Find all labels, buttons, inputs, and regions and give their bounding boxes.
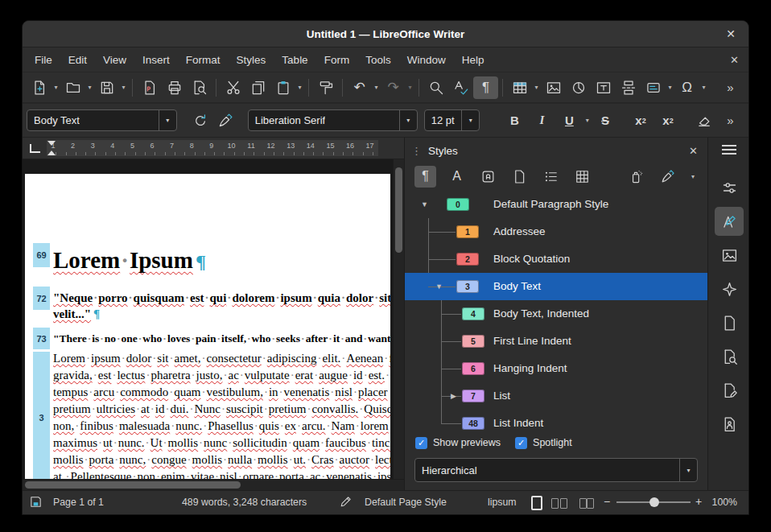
- styles-panel-close-button[interactable]: ✕: [689, 145, 698, 157]
- undo-button[interactable]: ↶: [347, 76, 372, 99]
- menu-tools[interactable]: Tools: [357, 52, 399, 68]
- document-close-button[interactable]: ✕: [730, 54, 739, 66]
- subscript-button[interactable]: x2: [654, 109, 682, 132]
- properties-deck-tab[interactable]: [715, 173, 744, 202]
- style-filter-dropdown[interactable]: ▾: [679, 459, 697, 481]
- redo-button[interactable]: ↷: [381, 76, 406, 99]
- strikethrough-button[interactable]: S: [592, 109, 619, 132]
- font-name-combo[interactable]: Liberation Serif ▾: [248, 109, 418, 131]
- left-indent-marker[interactable]: [47, 151, 56, 155]
- menu-window[interactable]: Window: [399, 52, 454, 68]
- find-replace-button[interactable]: [423, 76, 448, 99]
- zoom-level[interactable]: 100%: [712, 497, 737, 508]
- single-page-view-button[interactable]: [531, 496, 542, 513]
- copy-button[interactable]: [245, 76, 270, 99]
- export-pdf-button[interactable]: [137, 76, 162, 99]
- save-status-icon[interactable]: [29, 495, 43, 511]
- open-dropdown[interactable]: ▾: [85, 84, 94, 91]
- menu-styles[interactable]: Styles: [229, 52, 274, 68]
- show-previews-checkbox[interactable]: ✓ Show previews: [415, 437, 501, 449]
- insert-table-dropdown[interactable]: ▾: [532, 84, 541, 91]
- undo-dropdown[interactable]: ▾: [372, 84, 381, 91]
- book-view-button[interactable]: [579, 497, 594, 509]
- page-count[interactable]: Page 1 of 1: [53, 497, 104, 508]
- vertical-scrollbar-thumb[interactable]: [395, 167, 402, 253]
- menu-insert[interactable]: Insert: [134, 52, 178, 68]
- horizontal-scrollbar[interactable]: [23, 479, 404, 490]
- style-row-block-quotation[interactable]: 2 Block Quotation: [405, 245, 707, 273]
- open-button[interactable]: [60, 76, 85, 99]
- menu-file[interactable]: File: [27, 52, 60, 68]
- first-line-indent-marker[interactable]: [47, 141, 56, 146]
- font-size-combo[interactable]: 12 pt ▾: [424, 109, 480, 131]
- font-size-dropdown[interactable]: ▾: [461, 110, 479, 130]
- save-button[interactable]: [94, 76, 119, 99]
- new-style-dropdown[interactable]: ▾: [688, 173, 698, 180]
- edit-mode-icon[interactable]: [339, 495, 353, 511]
- insert-page-break-button[interactable]: [616, 76, 641, 99]
- page-style-status[interactable]: Default Page Style: [365, 497, 447, 508]
- style-row-default-paragraph-style[interactable]: ▼ 0 Default Paragraph Style: [405, 191, 707, 218]
- insert-image-button[interactable]: [541, 76, 566, 99]
- menu-form[interactable]: Form: [316, 52, 358, 68]
- style-row-body-text-indented[interactable]: 4 Body Text, Indented: [405, 300, 707, 328]
- cut-button[interactable]: [221, 76, 245, 99]
- sidebar-settings-button[interactable]: [722, 145, 736, 155]
- insert-special-character-button[interactable]: Ω: [674, 76, 699, 99]
- expander-icon[interactable]: ▼: [435, 282, 443, 291]
- insert-field-dropdown[interactable]: ▾: [666, 84, 674, 91]
- style-row-hanging-indent[interactable]: 6 Hanging Indent: [405, 355, 707, 382]
- superscript-button[interactable]: x2: [627, 109, 654, 132]
- panel-drag-handle-icon[interactable]: ⋮: [411, 145, 422, 157]
- paste-dropdown[interactable]: ▾: [295, 84, 304, 91]
- style-row-list-indent[interactable]: 48 List Indent: [405, 410, 707, 432]
- navigator-deck-tab[interactable]: [715, 274, 744, 303]
- redo-dropdown[interactable]: ▾: [406, 84, 414, 91]
- styles-deck-tab[interactable]: [715, 207, 744, 236]
- zoom-in-button[interactable]: +: [695, 495, 702, 508]
- insert-chart-button[interactable]: [566, 76, 591, 99]
- spelling-button[interactable]: [448, 76, 473, 99]
- paragraph-style-combo[interactable]: Body Text ▾: [27, 109, 177, 131]
- zoom-out-button[interactable]: −: [604, 495, 610, 508]
- menu-table[interactable]: Table: [274, 52, 315, 68]
- style-inspector-deck-tab[interactable]: [715, 342, 744, 371]
- save-dropdown[interactable]: ▾: [119, 84, 128, 91]
- menu-edit[interactable]: Edit: [60, 52, 95, 68]
- zoom-slider-thumb[interactable]: [649, 497, 659, 507]
- tab-stop-selector[interactable]: [30, 144, 40, 153]
- clear-formatting-button[interactable]: [691, 109, 716, 132]
- insert-table-button[interactable]: [507, 76, 532, 99]
- font-name-dropdown[interactable]: ▾: [399, 110, 417, 130]
- style-row-addressee[interactable]: 1 Addressee: [405, 218, 707, 245]
- formatting-marks-button[interactable]: ¶: [473, 76, 498, 99]
- clone-formatting-button[interactable]: [313, 76, 338, 99]
- new-style-from-selection-button[interactable]: [657, 166, 678, 188]
- word-count[interactable]: 489 words, 3,248 characters: [182, 497, 307, 508]
- print-button[interactable]: [162, 76, 187, 99]
- expander-icon[interactable]: ▼: [421, 200, 428, 208]
- insert-textbox-button[interactable]: [591, 76, 616, 99]
- titlebar[interactable]: Untitled 1 — LibreOffice Writer ✕: [23, 21, 748, 47]
- menu-view[interactable]: View: [95, 52, 134, 68]
- underline-button[interactable]: U: [555, 109, 583, 132]
- paragraph-style-dropdown[interactable]: ▾: [159, 110, 176, 130]
- update-style-button[interactable]: [188, 109, 213, 132]
- new-style-button[interactable]: [213, 109, 238, 132]
- italic-button[interactable]: I: [528, 109, 555, 132]
- gallery-deck-tab[interactable]: [715, 241, 744, 270]
- manage-changes-deck-tab[interactable]: [715, 376, 744, 405]
- fill-format-mode-button[interactable]: [625, 166, 647, 188]
- bold-button[interactable]: B: [501, 109, 528, 132]
- style-filter-select[interactable]: Hierarchical ▾: [414, 458, 698, 482]
- style-row-list[interactable]: ▶ 7 List: [405, 382, 707, 410]
- table-styles-tab[interactable]: [571, 166, 593, 188]
- page-styles-tab[interactable]: [509, 166, 530, 188]
- style-row-body-text[interactable]: ▼ 3 Body Text: [405, 273, 707, 300]
- print-preview-button[interactable]: [187, 76, 212, 99]
- horizontal-scrollbar-thumb[interactable]: [25, 481, 241, 489]
- paragraph-styles-tab[interactable]: ¶: [414, 166, 436, 188]
- formatting-overflow-button[interactable]: »: [716, 109, 744, 132]
- vertical-scrollbar[interactable]: [393, 159, 404, 479]
- new-document-button[interactable]: [27, 76, 52, 99]
